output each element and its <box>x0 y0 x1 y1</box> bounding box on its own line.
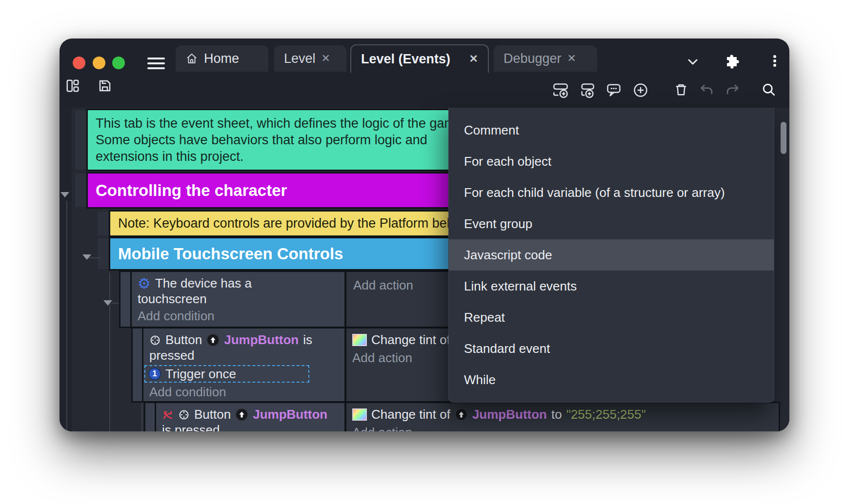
redo-icon <box>725 82 741 97</box>
indent-strip <box>75 174 86 207</box>
collapse-tabs-button[interactable] <box>685 56 701 69</box>
system-gear-icon: ⚙ <box>138 276 151 291</box>
menu-item-while[interactable]: While <box>449 364 774 395</box>
window-overflow-menu-button[interactable] <box>768 54 782 68</box>
jumpbutton-object-icon <box>455 408 468 421</box>
tab-close-icon[interactable]: ✕ <box>322 53 330 64</box>
tree-line <box>109 273 110 431</box>
tree-line <box>66 201 67 431</box>
collapse-arrow-group2[interactable] <box>82 254 91 260</box>
comment-line: This tab is the event sheet, which defin… <box>96 115 463 132</box>
touch-plugin-icon <box>178 409 190 421</box>
tab-label: Level (Events) <box>361 52 450 67</box>
trigger-once-icon: 1 <box>148 368 161 380</box>
condition-text: is <box>303 332 312 348</box>
indent-strip <box>75 110 86 170</box>
selected-condition-trigger-once[interactable]: 1 Trigger once <box>144 365 309 383</box>
tab-label: Level <box>284 51 316 66</box>
event-condition-cell[interactable]: ⚙ The device has a touchscreen Add condi… <box>132 272 344 327</box>
search-icon <box>761 82 777 97</box>
plus-circle-icon <box>632 82 649 98</box>
tab-debugger[interactable]: Debugger ✕ <box>494 45 597 72</box>
collapse-arrow-group1[interactable] <box>60 192 69 197</box>
group-title: Mobile Touchscreen Controls <box>110 245 343 263</box>
add-event-button[interactable] <box>552 82 569 98</box>
indent-strip <box>98 238 108 269</box>
condition-text: Button <box>165 332 202 348</box>
add-subevent-button[interactable] <box>579 82 595 98</box>
menu-item-comment[interactable]: Comment <box>449 115 774 146</box>
menu-item-event-group[interactable]: Event group <box>449 208 774 239</box>
group-title: Controlling the character <box>88 181 287 200</box>
condition-text: touchscreen <box>138 291 207 307</box>
menu-item-for-each-object[interactable]: For each object <box>449 146 774 177</box>
puzzle-icon <box>724 53 740 69</box>
vertical-scrollbar-thumb[interactable] <box>781 122 786 154</box>
event-margin-cell[interactable] <box>121 272 130 327</box>
add-condition-link[interactable]: Add condition <box>149 385 344 400</box>
tab-close-icon[interactable]: ✕ <box>567 53 576 64</box>
tab-level[interactable]: Level ✕ <box>274 45 346 72</box>
titlebar: Home Level ✕ Level (Events) ✕ Debugger ✕ <box>60 39 789 72</box>
tab-label: Home <box>204 51 239 66</box>
window-close-button[interactable] <box>73 57 85 69</box>
save-icon <box>98 78 112 93</box>
event-condition-cell[interactable]: Button JumpButton is pressed <box>156 403 344 431</box>
object-name: JumpButton <box>472 407 547 422</box>
collapse-arrow-event1[interactable] <box>103 300 112 306</box>
tab-level-events[interactable]: Level (Events) ✕ <box>350 44 489 73</box>
save-button[interactable] <box>98 78 112 93</box>
layout-panels-icon <box>65 78 80 93</box>
menu-item-repeat[interactable]: Repeat <box>449 302 774 333</box>
hamburger-icon <box>147 58 165 59</box>
event-action-cell[interactable]: Change tint of JumpButton to "255;255;25… <box>346 403 779 431</box>
event-condition-cell[interactable]: Button JumpButton is pressed 1 Trigger o… <box>143 329 344 401</box>
undo-icon <box>699 82 714 97</box>
condition-text: is pressed <box>162 423 220 431</box>
action-value: "255;255;255" <box>566 407 646 422</box>
condition-text: Button <box>194 407 231 422</box>
note-text: Note: Keyboard controls are provided by … <box>110 216 483 231</box>
jumpbutton-object-icon <box>206 333 220 347</box>
add-object-button[interactable] <box>632 82 649 98</box>
color-swatch-icon <box>352 334 367 346</box>
color-swatch-icon <box>352 408 367 421</box>
event-margin-cell[interactable] <box>133 329 142 401</box>
kebab-menu-icon <box>768 54 782 68</box>
condition-text: pressed <box>149 348 195 363</box>
window-minimize-button[interactable] <box>93 57 105 69</box>
add-condition-link[interactable]: Add condition <box>138 309 344 324</box>
object-name: JumpButton <box>253 407 327 422</box>
tab-close-icon[interactable]: ✕ <box>469 54 478 64</box>
menu-item-for-each-child-variable[interactable]: For each child variable (of a structure … <box>449 177 774 208</box>
search-button[interactable] <box>761 82 777 97</box>
menu-item-link-external-events[interactable]: Link external events <box>449 271 774 302</box>
condition-text: Trigger once <box>165 367 236 382</box>
menu-item-standard-event[interactable]: Standard event <box>449 333 774 364</box>
comment-line: Some objects have behaviors that also pe… <box>96 132 463 148</box>
jumpbutton-object-icon <box>235 408 248 421</box>
add-event-context-menu: Comment For each object For each child v… <box>448 108 774 403</box>
add-comment-button[interactable] <box>605 82 622 98</box>
comment-line: extensions in this project. <box>96 148 463 165</box>
touch-plugin-icon <box>149 334 161 346</box>
add-event-icon <box>552 82 569 98</box>
home-icon <box>185 52 198 65</box>
event-sheet-margin-rail <box>60 108 72 431</box>
layout-panels-button[interactable] <box>65 78 80 93</box>
delete-button[interactable] <box>673 82 689 97</box>
add-subevent-icon <box>579 82 595 98</box>
action-text: Change tint of <box>371 407 450 422</box>
condition-text: The device has a <box>155 276 252 291</box>
redo-button[interactable] <box>725 82 741 97</box>
comment-bubble-icon <box>605 82 622 98</box>
tab-home[interactable]: Home <box>176 45 268 72</box>
add-action-link[interactable]: Add action <box>352 425 779 431</box>
menu-item-javascript-code[interactable]: Javascript code <box>449 239 774 271</box>
addons-button[interactable] <box>724 53 740 69</box>
toolbar: Preview Publish <box>60 72 789 108</box>
window-zoom-button[interactable] <box>112 57 125 69</box>
undo-button[interactable] <box>699 82 714 97</box>
event-margin-cell[interactable] <box>145 403 155 431</box>
main-menu-button[interactable] <box>147 55 165 72</box>
